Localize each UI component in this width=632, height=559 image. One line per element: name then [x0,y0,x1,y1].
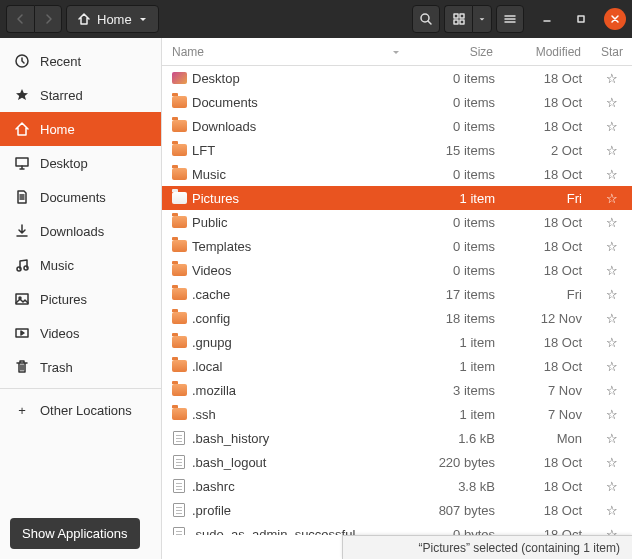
hamburger-menu-button[interactable] [496,5,524,33]
folder-icon [172,216,187,228]
file-star[interactable]: ☆ [592,263,632,278]
file-star[interactable]: ☆ [592,95,632,110]
file-star[interactable]: ☆ [592,119,632,134]
document-icon [14,189,30,205]
desktop-folder-icon [172,72,187,84]
maximize-button[interactable] [570,8,592,30]
file-row[interactable]: .bash_logout220 bytes18 Oct☆ [162,450,632,474]
file-row[interactable]: .profile807 bytes18 Oct☆ [162,498,632,522]
file-row[interactable]: .gnupg1 item18 Oct☆ [162,330,632,354]
folder-icon [172,264,187,276]
view-options-button[interactable] [472,5,492,33]
file-size: 0 bytes [412,527,507,536]
file-list[interactable]: Desktop0 items18 Oct☆Documents0 items18 … [162,66,632,535]
nav-back-button[interactable] [6,5,34,33]
file-size: 1 item [412,359,507,374]
file-star[interactable]: ☆ [592,407,632,422]
file-modified: 18 Oct [507,239,592,254]
video-icon [14,325,30,341]
folder-icon [172,144,187,156]
file-modified: 12 Nov [507,311,592,326]
file-name: Templates [188,239,412,254]
file-size: 18 items [412,311,507,326]
file-row[interactable]: Templates0 items18 Oct☆ [162,234,632,258]
file-icon [173,479,185,493]
sidebar-item-documents[interactable]: Documents [0,180,161,214]
file-row[interactable]: Pictures1 itemFri☆ [162,186,632,210]
sidebar: RecentStarredHomeDesktopDocumentsDownloa… [0,38,162,559]
sidebar-item-label: Trash [40,360,73,375]
file-star[interactable]: ☆ [592,335,632,350]
file-row[interactable]: .config18 items12 Nov☆ [162,306,632,330]
file-row[interactable]: Desktop0 items18 Oct☆ [162,66,632,90]
plus-icon: + [14,402,30,418]
sidebar-item-label: Other Locations [40,403,132,418]
file-modified: 18 Oct [507,95,592,110]
file-size: 0 items [412,167,507,182]
file-row[interactable]: Music0 items18 Oct☆ [162,162,632,186]
folder-icon [172,336,187,348]
file-size: 0 items [412,119,507,134]
file-star[interactable]: ☆ [592,527,632,536]
view-grid-button[interactable] [444,5,472,33]
show-applications-button[interactable]: Show Applications [10,518,140,549]
column-star[interactable]: Star [592,45,632,59]
sidebar-item-pictures[interactable]: Pictures [0,282,161,316]
svg-rect-1 [454,14,458,18]
file-star[interactable]: ☆ [592,215,632,230]
sidebar-item-home[interactable]: Home [0,112,161,146]
file-row[interactable]: Public0 items18 Oct☆ [162,210,632,234]
search-button[interactable] [412,5,440,33]
file-row[interactable]: Downloads0 items18 Oct☆ [162,114,632,138]
file-name: Public [188,215,412,230]
sidebar-other-locations[interactable]: + Other Locations [0,393,161,427]
file-star[interactable]: ☆ [592,287,632,302]
file-star[interactable]: ☆ [592,431,632,446]
file-name: .ssh [188,407,412,422]
file-modified: 18 Oct [507,503,592,518]
folder-icon [172,360,187,372]
path-bar[interactable]: Home [66,5,159,33]
sidebar-item-desktop[interactable]: Desktop [0,146,161,180]
file-row[interactable]: .sudo_as_admin_successful0 bytes18 Oct☆ [162,522,632,535]
column-name[interactable]: Name [162,45,409,59]
file-row[interactable]: .bash_history1.6 kBMon☆ [162,426,632,450]
file-star[interactable]: ☆ [592,71,632,86]
file-name: Downloads [188,119,412,134]
chevron-down-icon [138,14,148,24]
close-button[interactable] [604,8,626,30]
sidebar-item-downloads[interactable]: Downloads [0,214,161,248]
file-star[interactable]: ☆ [592,167,632,182]
file-star[interactable]: ☆ [592,191,632,206]
file-row[interactable]: .bashrc3.8 kB18 Oct☆ [162,474,632,498]
sidebar-item-videos[interactable]: Videos [0,316,161,350]
sidebar-item-starred[interactable]: Starred [0,78,161,112]
file-star[interactable]: ☆ [592,479,632,494]
column-modified[interactable]: Modified [506,45,591,59]
file-name: .bashrc [188,479,412,494]
file-row[interactable]: Videos0 items18 Oct☆ [162,258,632,282]
minimize-button[interactable] [536,8,558,30]
file-row[interactable]: .mozilla3 items7 Nov☆ [162,378,632,402]
sidebar-item-trash[interactable]: Trash [0,350,161,384]
file-star[interactable]: ☆ [592,383,632,398]
sidebar-item-label: Documents [40,190,106,205]
file-row[interactable]: LFT15 items2 Oct☆ [162,138,632,162]
file-star[interactable]: ☆ [592,143,632,158]
file-star[interactable]: ☆ [592,359,632,374]
column-size[interactable]: Size [410,45,505,59]
file-star[interactable]: ☆ [592,503,632,518]
file-row[interactable]: Documents0 items18 Oct☆ [162,90,632,114]
sidebar-item-recent[interactable]: Recent [0,44,161,78]
nav-forward-button[interactable] [34,5,62,33]
file-star[interactable]: ☆ [592,239,632,254]
file-row[interactable]: .ssh1 item7 Nov☆ [162,402,632,426]
file-star[interactable]: ☆ [592,311,632,326]
file-size: 1.6 kB [412,431,507,446]
file-row[interactable]: .cache17 itemsFri☆ [162,282,632,306]
sidebar-item-music[interactable]: Music [0,248,161,282]
download-icon [14,223,30,239]
file-row[interactable]: .local1 item18 Oct☆ [162,354,632,378]
file-star[interactable]: ☆ [592,455,632,470]
file-name: .config [188,311,412,326]
